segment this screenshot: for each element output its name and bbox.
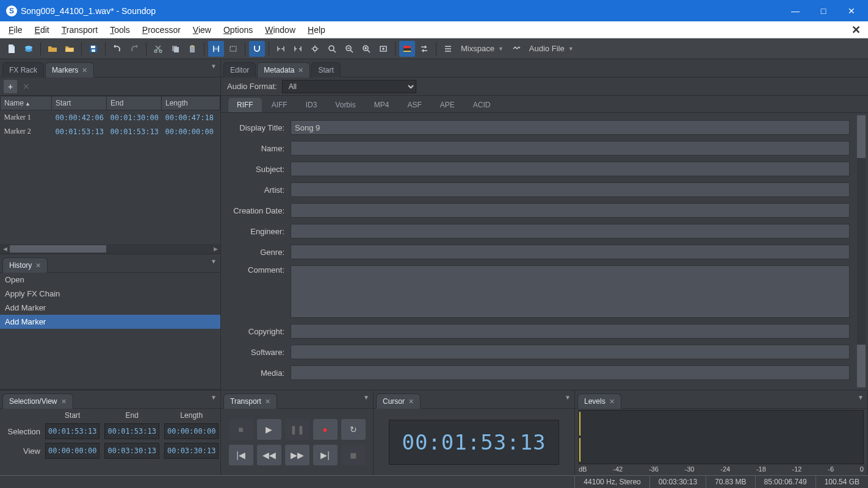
tab-cursor[interactable]: Cursor✕: [376, 393, 421, 409]
cursor-time-display[interactable]: 00:01:53:13: [389, 420, 559, 465]
menu-processor[interactable]: Processor: [136, 23, 187, 37]
record-button[interactable]: ●: [313, 419, 338, 440]
selection-end[interactable]: 00:01:53:13: [104, 423, 159, 439]
rewind-button[interactable]: ◀◀: [257, 445, 281, 465]
markers-hscroll[interactable]: ◀▶: [0, 244, 220, 254]
panel-options-icon[interactable]: ▼: [363, 394, 369, 401]
copy-icon[interactable]: [167, 41, 183, 57]
meta-tab-aiff[interactable]: AIFF: [263, 98, 296, 112]
tab-markers[interactable]: Markers✕: [45, 62, 94, 77]
tab-history[interactable]: History✕: [2, 257, 48, 273]
field-input-creation_date[interactable]: [291, 203, 850, 218]
new-file-icon[interactable]: [4, 41, 20, 57]
tab-editor[interactable]: Editor: [223, 62, 256, 77]
panel-options-icon[interactable]: ▼: [565, 394, 571, 401]
cut-icon[interactable]: [150, 41, 166, 57]
close-icon[interactable]: ✕: [265, 398, 270, 406]
markers-col-length[interactable]: Length: [162, 96, 220, 110]
mixspace-list-icon[interactable]: [440, 41, 456, 57]
zoom-selection-in-icon[interactable]: [273, 41, 289, 57]
stop-record-button[interactable]: ◼: [341, 445, 366, 465]
view-length[interactable]: 00:03:30:13: [164, 443, 219, 459]
snap-icon[interactable]: [249, 41, 265, 57]
loop-button[interactable]: ↻: [341, 419, 366, 440]
markers-col-start[interactable]: Start: [52, 96, 107, 110]
open-folder-icon[interactable]: [62, 41, 78, 57]
field-input-artist[interactable]: [291, 182, 850, 197]
rect-selection-tool-icon[interactable]: [225, 41, 241, 57]
play-button[interactable]: ▶: [257, 419, 281, 440]
audio-format-select[interactable]: All: [282, 80, 416, 93]
redo-icon[interactable]: [126, 41, 142, 57]
undo-icon[interactable]: [109, 41, 125, 57]
close-icon[interactable]: ✕: [298, 66, 303, 74]
menu-edit[interactable]: Edit: [29, 23, 56, 37]
panel-options-icon[interactable]: ▼: [858, 394, 864, 401]
field-input-copyright[interactable]: [291, 324, 850, 339]
save-icon[interactable]: [85, 41, 101, 57]
maximize-button[interactable]: □: [809, 0, 837, 21]
zoom-in-icon[interactable]: [358, 41, 374, 57]
open-file-icon[interactable]: [45, 41, 60, 57]
zoom-out-icon[interactable]: [341, 41, 357, 57]
close-window-button[interactable]: ✕: [837, 0, 866, 21]
audio-file-dropdown[interactable]: Audio File▼: [526, 44, 577, 53]
history-item[interactable]: Add Marker: [0, 301, 220, 315]
zoom-reset-icon[interactable]: [307, 41, 323, 57]
tab-levels[interactable]: Levels✕: [577, 393, 621, 409]
meta-tab-asf[interactable]: ASF: [399, 98, 430, 112]
pause-button[interactable]: ❚❚: [285, 419, 309, 440]
meta-tab-ape[interactable]: APE: [432, 98, 463, 112]
close-icon[interactable]: ✕: [408, 398, 414, 406]
paste-icon[interactable]: [184, 41, 200, 57]
tab-selection-view[interactable]: Selection/View✕: [2, 393, 73, 409]
selection-length[interactable]: 00:00:00:00: [164, 423, 219, 439]
tab-start[interactable]: Start: [311, 62, 340, 77]
menu-help[interactable]: Help: [302, 23, 331, 37]
meta-tab-id3[interactable]: ID3: [297, 98, 326, 112]
delete-marker-button[interactable]: ✕: [20, 80, 33, 93]
history-item[interactable]: Apply FX Chain: [0, 287, 220, 301]
flag-icon[interactable]: [399, 41, 415, 57]
field-input-display_title[interactable]: [291, 120, 850, 135]
skip-end-button[interactable]: ▶|: [313, 445, 338, 465]
history-item[interactable]: Add Marker: [0, 315, 220, 329]
menu-transport[interactable]: Transport: [56, 23, 104, 37]
time-selection-tool-icon[interactable]: [208, 41, 224, 57]
zoom-full-icon[interactable]: [375, 41, 391, 57]
meta-tab-acid[interactable]: ACID: [465, 98, 499, 112]
menu-view[interactable]: View: [187, 23, 217, 37]
close-icon[interactable]: ✕: [609, 398, 615, 406]
field-input-engineer[interactable]: [291, 224, 850, 239]
tab-metadata[interactable]: Metadata✕: [257, 62, 310, 77]
menu-file[interactable]: File: [2, 23, 29, 37]
field-input-genre[interactable]: [291, 245, 850, 259]
close-icon[interactable]: ✕: [35, 262, 41, 270]
add-marker-button[interactable]: +: [4, 80, 17, 93]
field-input-software[interactable]: [291, 345, 850, 359]
menu-options[interactable]: Options: [217, 23, 259, 37]
field-input-name[interactable]: [291, 141, 850, 156]
close-icon[interactable]: ✕: [82, 66, 87, 74]
panel-options-icon[interactable]: ▼: [211, 258, 217, 265]
history-item[interactable]: Open: [0, 273, 220, 287]
tab-transport[interactable]: Transport✕: [223, 393, 277, 409]
meta-tab-vorbis[interactable]: Vorbis: [327, 98, 364, 112]
forward-button[interactable]: ▶▶: [285, 445, 309, 465]
zoom-selection-out-icon[interactable]: [290, 41, 306, 57]
close-icon[interactable]: ✕: [61, 398, 67, 406]
tab-fx-rack[interactable]: FX Rack: [2, 62, 44, 77]
field-input-comment[interactable]: [291, 265, 850, 318]
metadata-vscroll[interactable]: [857, 115, 866, 387]
markers-col-name[interactable]: Name▲: [1, 96, 52, 110]
panel-options-icon[interactable]: ▼: [211, 394, 217, 401]
field-input-media[interactable]: [291, 365, 850, 380]
zoom-tool-icon[interactable]: [324, 41, 340, 57]
panel-options-icon[interactable]: ▼: [211, 63, 217, 70]
menu-tools[interactable]: Tools: [104, 23, 136, 37]
close-document-button[interactable]: ✕: [847, 23, 866, 37]
marker-row[interactable]: Marker 200:01:53:1300:01:53:1300:00:00:0…: [1, 124, 220, 138]
view-start[interactable]: 00:00:00:00: [45, 443, 99, 459]
stop-button[interactable]: ■: [229, 419, 253, 440]
mixspace-dropdown[interactable]: Mixspace▼: [457, 44, 507, 53]
